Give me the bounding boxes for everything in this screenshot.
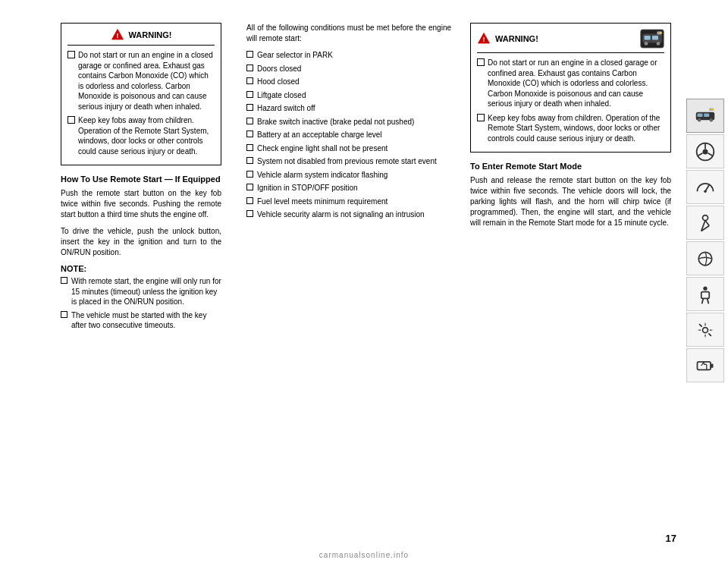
svg-line-34	[708, 298, 709, 304]
checklist-text-7: Check engine light shall not be present	[257, 143, 388, 154]
svg-point-11	[660, 32, 661, 33]
note-item-2: The vehicle must be started with the key…	[61, 310, 221, 331]
car-key-sidebar-icon	[695, 105, 716, 127]
svg-rect-32	[701, 291, 710, 298]
checklist-text-2: Hood closed	[257, 77, 300, 87]
remote-start-paragraph: Push and release the remote start button…	[470, 175, 671, 228]
svg-point-25	[704, 190, 707, 193]
svg-text:!: !	[116, 32, 118, 39]
left-warning-checkbox-2	[67, 116, 75, 124]
svg-rect-7	[652, 36, 658, 40]
svg-point-30	[698, 252, 712, 266]
settings-sidebar-icon	[695, 319, 716, 341]
conditions-checklist: Gear selector in PARKDoors closedHood cl…	[246, 50, 451, 220]
checklist-checkbox-3	[246, 91, 253, 98]
svg-rect-13	[698, 113, 703, 116]
svg-point-8	[645, 42, 648, 46]
svg-line-22	[698, 153, 702, 156]
svg-point-9	[657, 42, 661, 46]
checklist-text-1: Doors closed	[257, 64, 301, 74]
right-warning-checkbox-2	[477, 114, 485, 121]
checklist-checkbox-11	[246, 197, 253, 204]
sidebar-icon-battery[interactable]	[686, 348, 724, 382]
sidebar-icon-seatbelt[interactable]	[686, 206, 724, 240]
sidebar-icon-steering[interactable]	[686, 134, 724, 168]
checklist-item-0: Gear selector in PARK	[246, 50, 451, 61]
checklist-item-6: Battery at an acceptable charge level	[246, 130, 451, 140]
checklist-text-9: Vehicle alarm system indicator flashing	[257, 170, 388, 181]
right-warning-box: ! WARNING!	[470, 23, 671, 153]
svg-rect-6	[645, 36, 651, 40]
remote-start-heading: To Enter Remote Start Mode	[470, 162, 671, 171]
checklist-item-2: Hood closed	[246, 77, 451, 87]
checklist-checkbox-5	[246, 118, 253, 124]
sidebar-icon-child-seat[interactable]	[686, 277, 724, 311]
checklist-item-1: Doors closed	[246, 64, 451, 74]
right-warning-triangle-icon: !	[477, 32, 491, 46]
right-column: ! WARNING!	[463, 15, 682, 548]
left-warning-checkbox-1	[67, 51, 75, 58]
gauge-sidebar-icon	[695, 177, 716, 198]
sidebar-icon-settings[interactable]	[686, 313, 724, 347]
svg-point-16	[710, 118, 713, 121]
checklist-text-10: Ignition in STOP/OFF position	[257, 183, 358, 193]
right-warning-item-1: Do not start or run an engine in a close…	[477, 58, 664, 109]
steering-wheel-sidebar-icon	[695, 141, 716, 162]
svg-point-35	[703, 327, 708, 332]
svg-text:!: !	[483, 36, 485, 43]
left-warning-box: ! WARNING! Do not start or run an engine…	[61, 23, 221, 165]
checklist-item-5: Brake switch inactive (brake pedal not p…	[246, 117, 451, 127]
sidebar-icon-airbag[interactable]	[686, 241, 724, 275]
svg-point-31	[703, 286, 707, 290]
note-item-1: With remote start, the engine will only …	[61, 276, 221, 307]
left-warning-title: WARNING!	[129, 30, 172, 39]
checklist-checkbox-12	[246, 210, 253, 217]
checklist-checkbox-4	[246, 104, 253, 111]
sidebar-icon-car-key[interactable]	[686, 99, 724, 133]
checklist-text-12: Vehicle security alarm is not signaling …	[257, 209, 425, 220]
middle-intro: All of the following conditions must be …	[246, 23, 451, 44]
svg-rect-37	[711, 363, 714, 367]
left-column: ! WARNING! Do not start or run an engine…	[0, 15, 235, 548]
left-warning-triangle-icon: !	[111, 28, 124, 42]
note-checkbox-1	[61, 277, 67, 284]
svg-line-23	[708, 153, 713, 156]
checklist-text-0: Gear selector in PARK	[257, 50, 333, 61]
right-warning-title: WARNING!	[495, 34, 538, 43]
svg-point-18	[711, 108, 714, 110]
checklist-item-7: Check engine light shall not be present	[246, 143, 451, 154]
right-warning-text-1: Do not start or run an engine in a close…	[488, 58, 664, 109]
checklist-text-6: Battery at an acceptable charge level	[257, 130, 382, 140]
watermark: carmanualsonline.info	[319, 551, 409, 559]
right-warning-text-2: Keep key fobs away from children. Operat…	[488, 113, 664, 144]
seatbelt-sidebar-icon	[695, 212, 716, 234]
svg-rect-14	[704, 113, 709, 116]
right-warning-header: ! WARNING!	[477, 28, 664, 53]
checklist-text-8: System not disabled from previous remote…	[257, 156, 437, 167]
note-text-2: The vehicle must be started with the key…	[71, 310, 221, 331]
car-key-warning-icon	[640, 28, 664, 49]
checklist-item-3: Liftgate closed	[246, 90, 451, 101]
checklist-text-4: Hazard switch off	[257, 103, 315, 114]
how-to-heading: How To Use Remote Start — If Equipped	[61, 175, 221, 184]
car-with-key-badge	[640, 28, 664, 49]
left-warning-text-1: Do not start or run an engine in a close…	[78, 50, 215, 112]
left-warning-text-2: Keep key fobs away from children. Operat…	[78, 115, 215, 156]
right-warning-item-2: Keep key fobs away from children. Operat…	[477, 113, 664, 144]
svg-line-33	[702, 298, 704, 304]
checklist-item-4: Hazard switch off	[246, 103, 451, 114]
checklist-item-12: Vehicle security alarm is not signaling …	[246, 209, 451, 220]
checklist-checkbox-9	[246, 171, 253, 178]
svg-point-20	[703, 149, 708, 154]
checklist-checkbox-0	[246, 51, 253, 58]
how-to-paragraph1: Push the remote start button on the key …	[61, 188, 221, 220]
checklist-text-11: Fuel level meets minimum requirement	[257, 197, 388, 207]
right-warning-checkbox-1	[477, 58, 485, 66]
svg-point-26	[703, 215, 708, 220]
sidebar	[682, 0, 728, 563]
battery-sidebar-icon	[695, 355, 716, 376]
left-warning-item-1: Do not start or run an engine in a close…	[67, 50, 215, 112]
checklist-checkbox-2	[246, 77, 253, 84]
checklist-checkbox-8	[246, 157, 253, 164]
sidebar-icon-gauge[interactable]	[686, 170, 724, 204]
